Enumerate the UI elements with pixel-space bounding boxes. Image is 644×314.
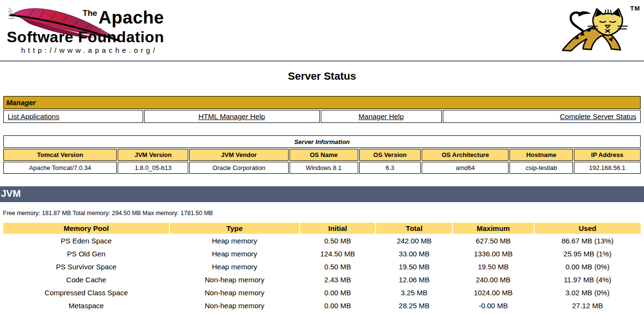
jvm-version-value: 1.8.0_05-b13 [118, 162, 188, 174]
table-row: PS Survivor Space Heap memory 0.50 MB 19… [3, 261, 641, 273]
memory-used: 3.02 MB (0%) [535, 287, 641, 299]
memory-used: 11.97 MB (4%) [535, 274, 641, 286]
column-header: IP Address [574, 149, 641, 161]
memory-maximum: -0.00 MB [453, 300, 533, 312]
memory-type: Non-heap memory [170, 300, 299, 312]
column-header: Memory Pool [3, 223, 169, 234]
memory-type: Non-heap memory [170, 287, 299, 299]
column-header: JVM Version [118, 149, 188, 161]
memory-pool-name: Metaspace [3, 300, 169, 312]
memory-maximum: 1024.00 MB [453, 287, 533, 299]
asf-logo-line2: Software Foundation [7, 28, 164, 46]
memory-maximum: 1336.00 MB [453, 248, 533, 260]
jvm-section-header: JVM [0, 186, 644, 202]
memory-type: Heap memory [170, 235, 299, 247]
asf-logo-apache: Apache [98, 8, 164, 28]
memory-initial: 2.43 MB [300, 274, 376, 286]
table-row: Compressed Class Space Non-heap memory 0… [3, 287, 641, 299]
os-name-value: Windows 8.1 [290, 162, 358, 174]
memory-maximum: 627.50 MB [453, 235, 533, 247]
tomcat-icon [557, 5, 630, 58]
trademark-label: TM [630, 5, 640, 12]
hostname-value: csip-testlab [510, 162, 572, 174]
memory-type: Heap memory [170, 248, 299, 260]
column-header: OS Architecture [422, 149, 509, 161]
manager-help-link[interactable]: Manager Help [359, 112, 404, 121]
memory-type: Non-heap memory [170, 274, 299, 286]
memory-initial: 124.50 MB [300, 248, 376, 260]
server-info-value-row: Apache Tomcat/7.0.34 1.8.0_05-b13 Oracle… [3, 162, 641, 174]
column-header: JVM Vendor [189, 149, 288, 161]
memory-initial: 0.50 MB [300, 235, 376, 247]
memory-pool-table: Memory Pool Type Initial Total Maximum U… [2, 222, 642, 313]
server-info-section-title: Server Information [3, 135, 641, 148]
memory-used: 27.12 MB [535, 300, 641, 312]
asf-logo-url: http://www.apache.org/ [21, 46, 158, 54]
server-information-table: Server Information Tomcat Version JVM Ve… [2, 134, 642, 175]
memory-total: 19.50 MB [376, 261, 452, 273]
memory-pool-name: Code Cache [3, 274, 169, 286]
memory-used: 86.67 MB (13%) [535, 235, 641, 247]
memory-initial: 0.50 MB [300, 261, 376, 273]
column-header: Type [170, 223, 299, 234]
table-row: PS Old Gen Heap memory 124.50 MB 33.00 M… [3, 248, 641, 260]
page-title: Server Status [0, 70, 644, 83]
server-info-column-header-row: Tomcat Version JVM Version JVM Vendor OS… [3, 149, 641, 161]
html-manager-help-link[interactable]: HTML Manager Help [198, 112, 265, 121]
table-row: PS Eden Space Heap memory 0.50 MB 242.00… [3, 235, 641, 247]
os-version-value: 6.3 [359, 162, 421, 174]
column-header: Hostname [510, 149, 572, 161]
jvm-vendor-value: Oracle Corporation [189, 162, 288, 174]
manager-header-row: Manager [3, 96, 641, 109]
memory-maximum: 19.50 MB [453, 261, 533, 273]
jvm-memory-summary: Free memory: 181.87 MB Total memory: 294… [3, 210, 644, 217]
ip-address-value: 192.168.56.1 [574, 162, 641, 174]
column-header: OS Name [290, 149, 358, 161]
os-architecture-value: amd64 [422, 162, 509, 174]
memory-used: 0.00 MB (0%) [535, 261, 641, 273]
manager-section-title: Manager [3, 96, 641, 109]
memory-table-column-header-row: Memory Pool Type Initial Total Maximum U… [3, 223, 641, 234]
memory-used: 25.95 MB (1%) [535, 248, 641, 260]
asf-logo-the: The [83, 9, 97, 18]
memory-pool-name: Compressed Class Space [3, 287, 169, 299]
memory-total: 242.00 MB [376, 235, 452, 247]
manager-links-row: List Applications HTML Manager Help Mana… [3, 110, 641, 123]
memory-total: 33.00 MB [376, 248, 452, 260]
column-header: Tomcat Version [3, 149, 117, 161]
memory-maximum: 240.00 MB [453, 274, 533, 286]
column-header: Used [535, 223, 641, 234]
banner: The Apache Software Foundation http://ww… [0, 0, 644, 61]
table-row: Code Cache Non-heap memory 2.43 MB 12.06… [3, 274, 641, 286]
tomcat-logo: TM [556, 1, 641, 60]
column-header: Maximum [453, 223, 533, 234]
server-info-header-row: Server Information [3, 135, 641, 148]
list-applications-link[interactable]: List Applications [8, 112, 60, 121]
complete-server-status-link[interactable]: Complete Server Status [560, 112, 636, 121]
tomcat-version-value: Apache Tomcat/7.0.34 [3, 162, 117, 174]
table-row: Metaspace Non-heap memory 0.00 MB 28.25 … [3, 300, 641, 312]
column-header: Initial [300, 223, 376, 234]
memory-pool-name: PS Old Gen [3, 248, 169, 260]
memory-pool-name: PS Survivor Space [3, 261, 169, 273]
memory-total: 12.06 MB [376, 274, 452, 286]
memory-initial: 0.00 MB [300, 287, 376, 299]
memory-type: Heap memory [170, 261, 299, 273]
memory-initial: 0.00 MB [300, 300, 376, 312]
memory-total: 28.25 MB [376, 300, 452, 312]
column-header: OS Version [359, 149, 421, 161]
apache-software-foundation-logo: The Apache Software Foundation http://ww… [3, 1, 209, 60]
memory-pool-name: PS Eden Space [3, 235, 169, 247]
manager-nav-table: Manager List Applications HTML Manager H… [2, 95, 642, 124]
column-header: Total [376, 223, 452, 234]
memory-total: 3.25 MB [376, 287, 452, 299]
